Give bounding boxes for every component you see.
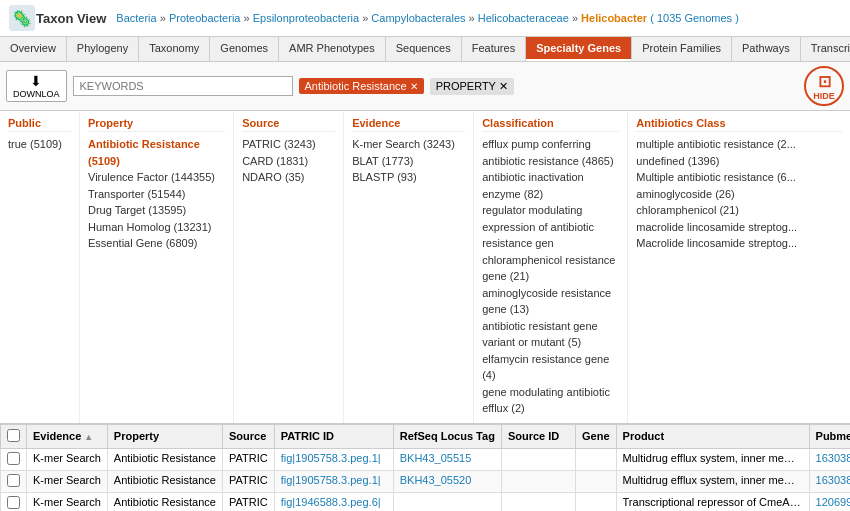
filter-close-button[interactable]: ✕ — [410, 81, 418, 92]
tab-phylogeny[interactable]: Phylogeny — [67, 37, 139, 61]
filter-toggle-button[interactable]: ⊡ HIDE — [804, 66, 844, 106]
row-product: Transcriptional repressor of CmeABC oper… — [616, 492, 809, 511]
row-product: Multidrug efflux system, inner membrane … — [616, 470, 809, 492]
logo: 🦠 Taxon View — [8, 4, 106, 32]
row-pubmed[interactable]: 12069964 — [809, 492, 850, 511]
ab-item-1: undefined (1396) — [636, 153, 842, 170]
class-item-0: efflux pump conferring antibiotic resist… — [482, 136, 619, 169]
breadcrumb-campylo[interactable]: Campylobacterales — [371, 12, 465, 24]
tab-sequences[interactable]: Sequences — [386, 37, 462, 61]
download-button[interactable]: ⬇ DOWNLOA — [6, 70, 67, 102]
summary-section: Public true (5109) Property Antibiotic R… — [0, 111, 850, 424]
search-input[interactable] — [73, 76, 293, 96]
col-product[interactable]: Product — [616, 424, 809, 448]
col-pubmed[interactable]: Pubmed — [809, 424, 850, 448]
table-body: K-mer Search Antibiotic Resistance PATRI… — [1, 448, 851, 511]
property-tag: PROPERTY ✕ — [430, 78, 514, 95]
nav-tabs: Overview Phylogeny Taxonomy Genomes AMR … — [0, 37, 850, 62]
row-check[interactable] — [1, 470, 27, 492]
row-property: Antibiotic Resistance — [107, 448, 222, 470]
row-source: PATRIC — [222, 492, 274, 511]
row-product: Multidrug efflux system, inner membrane … — [616, 448, 809, 470]
row-refseq[interactable]: BKH43_05515 — [393, 448, 501, 470]
tab-taxonomy[interactable]: Taxonomy — [139, 37, 210, 61]
row-checkbox-1[interactable] — [7, 474, 20, 487]
ab-item-6: Macrolide lincosamide streptog... — [636, 235, 842, 252]
row-pubmed[interactable]: 16303882 — [809, 448, 850, 470]
public-header: Public — [8, 117, 71, 132]
tab-pathways[interactable]: Pathways — [732, 37, 801, 61]
tab-features[interactable]: Features — [462, 37, 526, 61]
col-source[interactable]: Source — [222, 424, 274, 448]
col-patric-id[interactable]: PATRIC ID — [274, 424, 393, 448]
ab-item-5: macrolide lincosamide streptog... — [636, 219, 842, 236]
breadcrumb-proteobacteria[interactable]: Proteobacteria — [169, 12, 241, 24]
summary-public: Public true (5109) — [0, 111, 80, 423]
row-refseq[interactable] — [393, 492, 501, 511]
breadcrumb-current: Helicobacter — [581, 12, 647, 24]
svg-text:🦠: 🦠 — [12, 9, 32, 28]
col-gene[interactable]: Gene — [576, 424, 617, 448]
source-item-2: NDARO (35) — [242, 169, 335, 186]
class-item-4: aminoglycoside resistance gene (13) — [482, 285, 619, 318]
class-item-3: chloramphenicol resistance gene (21) — [482, 252, 619, 285]
col-evidence[interactable]: Evidence ▲ — [27, 424, 108, 448]
tab-specialty-genes[interactable]: Specialty Genes — [526, 37, 632, 61]
property-item-1: Virulence Factor (144355) — [88, 169, 225, 186]
row-refseq[interactable]: BKH43_05520 — [393, 470, 501, 492]
class-item-5: antibiotic resistant gene variant or mut… — [482, 318, 619, 351]
property-item-0[interactable]: Antibiotic Resistance (5109) — [88, 136, 225, 169]
row-checkbox-2[interactable] — [7, 496, 20, 509]
summary-property: Property Antibiotic Resistance (5109) Vi… — [80, 111, 234, 423]
logo-icon: 🦠 — [8, 4, 36, 32]
row-property: Antibiotic Resistance — [107, 470, 222, 492]
property-tag-label: PROPERTY — [436, 80, 496, 92]
select-all-checkbox[interactable] — [7, 429, 20, 442]
toolbar: ⬇ DOWNLOA Antibiotic Resistance ✕ PROPER… — [0, 62, 850, 111]
row-patric-id[interactable]: fig|1905758.3.peg.1| — [274, 448, 393, 470]
source-item-0: PATRIC (3243) — [242, 136, 335, 153]
tab-transcriptomics[interactable]: Transcriptomics — [801, 37, 850, 61]
col-refseq[interactable]: RefSeq Locus Tag — [393, 424, 501, 448]
row-source: PATRIC — [222, 470, 274, 492]
row-source-id — [501, 470, 575, 492]
class-item-6: elfamycin resistance gene (4) — [482, 351, 619, 384]
row-source-id — [501, 492, 575, 511]
tab-protein-families[interactable]: Protein Families — [632, 37, 732, 61]
property-item-4: Human Homolog (13231) — [88, 219, 225, 236]
row-patric-id[interactable]: fig|1946588.3.peg.6| — [274, 492, 393, 511]
class-item-2: regulator modulating expression of antib… — [482, 202, 619, 252]
source-item-1: CARD (1831) — [242, 153, 335, 170]
summary-source: Source PATRIC (3243) CARD (1831) NDARO (… — [234, 111, 344, 423]
breadcrumb-helico-fam[interactable]: Helicobacteraceae — [478, 12, 569, 24]
evidence-item-2: BLASTP (93) — [352, 169, 465, 186]
source-header: Source — [242, 117, 335, 132]
row-check[interactable] — [1, 448, 27, 470]
class-item-7: gene modulating antibiotic efflux (2) — [482, 384, 619, 417]
row-patric-id[interactable]: fig|1905758.3.peg.1| — [274, 470, 393, 492]
breadcrumb-genomes[interactable]: ( 1035 Genomes ) — [650, 12, 739, 24]
table-row: K-mer Search Antibiotic Resistance PATRI… — [1, 470, 851, 492]
ab-item-0: multiple antibiotic resistance (2... — [636, 136, 842, 153]
tab-amr[interactable]: AMR Phenotypes — [279, 37, 386, 61]
evidence-item-0: K-mer Search (3243) — [352, 136, 465, 153]
property-close-button[interactable]: ✕ — [499, 80, 508, 93]
filter-tag-label: Antibiotic Resistance — [305, 80, 407, 92]
data-table-wrap: Evidence ▲ Property Source PATRIC ID Ref… — [0, 424, 850, 512]
summary-evidence: Evidence K-mer Search (3243) BLAT (1773)… — [344, 111, 474, 423]
row-check[interactable] — [1, 492, 27, 511]
ab-item-3: aminoglycoside (26) — [636, 186, 842, 203]
classification-header: Classification — [482, 117, 619, 132]
row-checkbox-0[interactable] — [7, 452, 20, 465]
breadcrumb-epsilon[interactable]: Epsilonproteobacteria — [253, 12, 359, 24]
tab-genomes[interactable]: Genomes — [210, 37, 279, 61]
tab-overview[interactable]: Overview — [0, 37, 67, 61]
row-source: PATRIC — [222, 448, 274, 470]
row-pubmed[interactable]: 16303882 — [809, 470, 850, 492]
breadcrumb: Bacteria » Proteobacteria » Epsilonprote… — [116, 12, 739, 24]
download-icon: ⬇ — [30, 73, 42, 89]
col-source-id[interactable]: Source ID — [501, 424, 575, 448]
header: 🦠 Taxon View Bacteria » Proteobacteria »… — [0, 0, 850, 37]
col-property[interactable]: Property — [107, 424, 222, 448]
breadcrumb-bacteria[interactable]: Bacteria — [116, 12, 156, 24]
